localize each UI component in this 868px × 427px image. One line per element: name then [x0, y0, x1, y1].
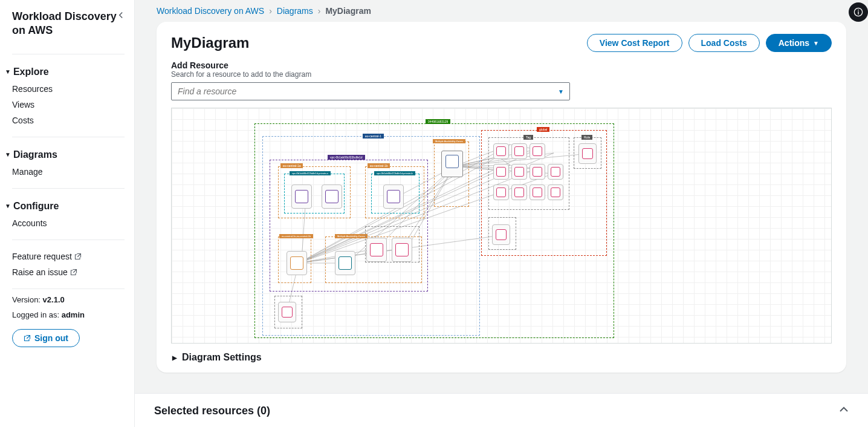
caret-down-icon: ▼	[5, 151, 11, 158]
security-group[interactable]	[365, 226, 419, 262]
nav-section-configure: ▼ Configure Accounts	[0, 195, 134, 233]
diagram-settings-label: Diagram Settings	[182, 352, 262, 363]
selected-resources-title: Selected resources (0)	[154, 405, 270, 417]
panel-actions: View Cost Report Load Costs Actions ▼	[587, 34, 832, 52]
breadcrumb: Workload Discovery on AWS › Diagrams › M…	[149, 0, 853, 22]
add-resource-section: Add Resource Search for a resource to ad…	[171, 60, 832, 100]
resource-node[interactable]	[335, 251, 355, 275]
sidebar-link-feature-request[interactable]: Feature request	[0, 249, 134, 264]
sidebar-item-costs[interactable]: Costs	[0, 112, 134, 128]
divider	[12, 137, 125, 137]
subnet1-label: vpc-0b1ab06cf22bdfe1d-private-a	[290, 171, 331, 175]
load-costs-button[interactable]: Load Costs	[688, 34, 760, 52]
view-cost-report-button[interactable]: View Cost Report	[587, 34, 682, 52]
region-label: eu-central-1	[363, 134, 384, 139]
version-value: v2.1.0	[43, 295, 65, 304]
add-resource-label: Add Resource	[171, 60, 832, 70]
sidebar-item-views[interactable]: Views	[0, 97, 134, 112]
nav-section-explore: ▼ Explore Resources Views Costs	[0, 60, 134, 131]
resource-node[interactable]	[493, 164, 509, 180]
chevron-right-icon: ›	[269, 6, 272, 16]
vpc-label: vpc-0b1ab06cf22bdfe1d	[328, 155, 365, 160]
resource-node[interactable]	[291, 184, 312, 209]
resource-node[interactable]	[322, 184, 342, 209]
external-link-icon	[74, 253, 82, 260]
resource-node[interactable]	[530, 143, 545, 159]
link-label: Feature request	[12, 252, 72, 261]
nav-header-configure[interactable]: ▼ Configure	[0, 197, 134, 215]
tag-label: Tag	[523, 135, 533, 140]
logged-in-prefix: Logged in as:	[12, 310, 62, 319]
logged-in-user: admin	[62, 310, 85, 319]
svg-rect-2	[858, 11, 858, 15]
add-resource-description: Search for a resource to add to the diag…	[171, 70, 832, 79]
az2-label: eu-central-1b	[368, 163, 390, 168]
resource-node[interactable]	[287, 251, 307, 275]
sidebar-item-resources[interactable]: Resources	[0, 81, 134, 97]
page-title: MyDiagram	[171, 34, 249, 51]
multi-az-outer-label: Multiple Availability Zones	[433, 139, 465, 143]
collapse-sidebar-icon[interactable]	[117, 10, 125, 21]
nav-section-label: Explore	[13, 67, 49, 77]
resource-node[interactable]	[492, 224, 510, 245]
sidebar-link-raise-issue[interactable]: Raise an issue	[0, 264, 134, 280]
resource-node[interactable]	[511, 164, 527, 180]
caret-down-icon: ▼	[5, 203, 11, 209]
divider	[12, 188, 125, 189]
account-label: 044981683129	[426, 119, 450, 124]
diagram-panel: MyDiagram View Cost Report Load Costs Ac…	[157, 22, 846, 373]
link-label: Raise an issue	[12, 267, 68, 277]
resource-node[interactable]	[511, 184, 527, 200]
global-label: global	[537, 127, 549, 132]
resource-node[interactable]	[493, 143, 509, 159]
help-button[interactable]	[849, 2, 868, 22]
sign-out-button[interactable]: Sign out	[12, 329, 80, 347]
divider	[12, 54, 125, 54]
eks-cluster-node[interactable]	[441, 151, 463, 177]
expand-panel-icon[interactable]	[839, 405, 849, 417]
selected-resources-bar: Selected resources (0)	[135, 393, 868, 427]
divider	[12, 288, 125, 289]
app-title: Workload Discovery on AWS	[12, 10, 117, 38]
resource-node[interactable]	[530, 164, 545, 180]
resource-node[interactable]	[278, 302, 296, 322]
role-label: Role	[581, 135, 592, 140]
nav-section-diagrams: ▼ Diagrams Manage	[0, 143, 134, 182]
version-info: Version: v2.1.0	[12, 295, 125, 304]
sidebar-item-manage[interactable]: Manage	[0, 164, 134, 180]
chevron-right-icon: ›	[318, 6, 321, 16]
resource-search-input[interactable]	[171, 82, 570, 100]
resource-node[interactable]	[548, 184, 563, 200]
resource-node[interactable]	[511, 143, 527, 159]
breadcrumb-item[interactable]: Workload Discovery on AWS	[157, 6, 264, 16]
az1-label: eu-central-1a	[280, 163, 303, 168]
sidebar-item-accounts[interactable]: Accounts	[0, 215, 134, 231]
caret-right-icon: ▶	[172, 354, 177, 361]
resource-node[interactable]	[383, 184, 404, 209]
breadcrumb-item[interactable]: Diagrams	[277, 6, 313, 16]
nav-section-label: Configure	[13, 201, 59, 212]
logged-in-info: Logged in as: admin	[12, 310, 125, 319]
caret-down-icon: ▼	[5, 68, 11, 75]
resource-node[interactable]	[530, 184, 545, 200]
resource-search: ▼	[171, 82, 570, 100]
external-link-icon	[70, 269, 77, 276]
actions-dropdown-button[interactable]: Actions ▼	[766, 34, 832, 52]
resource-node[interactable]	[548, 164, 563, 180]
external-link-icon	[24, 334, 31, 342]
diagram-settings-toggle[interactable]: ▶ Diagram Settings	[171, 352, 832, 363]
diagram-canvas[interactable]: 044981683129 eu-central-1 vpc-0b1ab06cf2…	[171, 108, 832, 344]
nav-section-label: Diagrams	[13, 149, 57, 160]
sidebar: Workload Discovery on AWS ▼ Explore Reso…	[0, 0, 135, 427]
az-combined-label: eu-central-1a,eu-central-1b	[279, 234, 313, 238]
sign-out-label: Sign out	[34, 333, 68, 343]
divider	[12, 240, 125, 240]
resource-node[interactable]	[578, 143, 597, 164]
resource-node[interactable]	[493, 184, 509, 200]
nav-header-explore[interactable]: ▼ Explore	[0, 63, 134, 81]
breadcrumb-current: MyDiagram	[325, 6, 371, 16]
nav-section-links: Feature request Raise an issue	[0, 246, 134, 282]
version-prefix: Version:	[12, 295, 43, 304]
nav-header-diagrams[interactable]: ▼ Diagrams	[0, 146, 134, 164]
actions-label: Actions	[779, 38, 809, 48]
